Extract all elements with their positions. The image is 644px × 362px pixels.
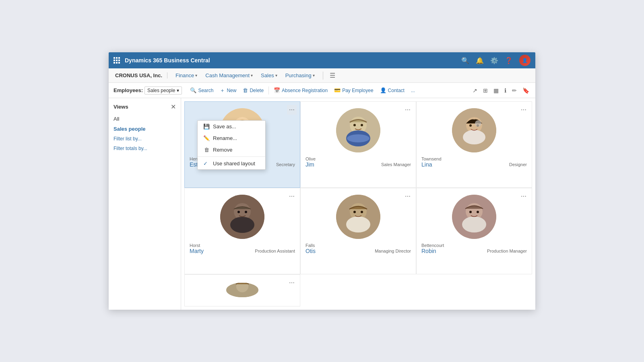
pay-employee-button[interactable]: 💳 Pay Employee: [331, 85, 376, 96]
face-robin: [452, 195, 496, 239]
context-menu: 💾 Save as... ✏️ Rename... 🗑 Remove ✓ Use…: [197, 120, 266, 170]
card-menu-button-ester[interactable]: ⋯: [287, 105, 297, 115]
company-name[interactable]: CRONUS USA, Inc.: [115, 72, 167, 78]
svg-point-17: [475, 120, 481, 127]
contact-button[interactable]: 👤 Contact: [377, 85, 408, 96]
context-rename[interactable]: ✏️ Rename...: [198, 132, 265, 144]
svg-point-30: [462, 216, 486, 232]
employee-card-robin[interactable]: ⋯ Bettencourt: [416, 188, 532, 274]
card-name-row-jim: Jim Sales Manager: [305, 161, 411, 168]
card-firstname-robin[interactable]: Robin: [421, 248, 436, 254]
nav-sales[interactable]: Sales ▾: [258, 71, 281, 80]
cash-chevron-icon: ▾: [251, 73, 253, 78]
avatar-robin: [452, 195, 496, 239]
card-firstname-otis[interactable]: Otis: [305, 248, 316, 254]
card-role-marty: Production Assistant: [255, 249, 295, 253]
sidebar-item-all[interactable]: All: [109, 114, 181, 124]
context-save-as[interactable]: 💾 Save as...: [198, 121, 265, 132]
nav-finance[interactable]: Finance ▾: [172, 71, 200, 80]
context-menu-divider: [198, 156, 265, 157]
card-firstname-marty[interactable]: Marty: [190, 248, 204, 254]
contact-icon: 👤: [380, 87, 386, 93]
card-lastname-otis: Falls: [305, 243, 411, 248]
share-icon[interactable]: ↗: [471, 86, 479, 95]
card-menu-button-partial[interactable]: ⋯: [287, 278, 297, 288]
sidebar-header: Views ✕: [109, 103, 181, 114]
svg-point-31: [469, 211, 472, 213]
card-lastname-marty: Horst: [190, 243, 295, 248]
delete-icon: 🗑: [243, 87, 248, 93]
employees-filter-dropdown[interactable]: Sales people ▾: [144, 86, 182, 95]
svg-point-32: [477, 211, 479, 213]
nav-cash-management[interactable]: Cash Management ▾: [202, 71, 256, 80]
user-avatar[interactable]: 👤: [519, 55, 530, 66]
sidebar-close-button[interactable]: ✕: [171, 103, 176, 111]
absence-registration-button[interactable]: 📅 Absence Registration: [270, 85, 331, 96]
main-content: Views ✕ All Sales people Filter list by.…: [109, 98, 535, 310]
card-role-ester: Secretary: [276, 162, 295, 167]
sidebar-filter-list[interactable]: Filter list by...: [109, 134, 181, 144]
edit-icon[interactable]: ✏: [511, 86, 518, 95]
remove-icon: 🗑: [203, 147, 210, 153]
card-firstname-jim[interactable]: Jim: [305, 161, 314, 168]
employee-card-lina[interactable]: ⋯ Townsend: [416, 101, 532, 188]
avatar-lina: [452, 108, 496, 152]
svg-point-26: [353, 211, 356, 213]
employee-card-marty[interactable]: ⋯ Horst Marty: [184, 188, 300, 274]
employee-card-partial[interactable]: ⋯: [184, 274, 300, 306]
context-remove[interactable]: 🗑 Remove: [198, 144, 265, 156]
card-menu-button-lina[interactable]: ⋯: [519, 105, 528, 115]
help-icon[interactable]: ❓: [505, 57, 513, 64]
card-lastname-jim: Olive: [305, 156, 411, 161]
app-launcher-button[interactable]: [114, 57, 120, 64]
finance-chevron-icon: ▾: [195, 73, 197, 78]
employee-card-otis[interactable]: ⋯ Falls Otis: [300, 188, 416, 274]
svg-point-9: [347, 134, 369, 142]
card-name-row-marty: Marty Production Assistant: [190, 248, 295, 254]
card-menu-button-otis[interactable]: ⋯: [403, 191, 413, 201]
card-menu-button-marty[interactable]: ⋯: [287, 191, 297, 201]
svg-point-15: [469, 124, 472, 127]
pay-icon: 💳: [334, 87, 341, 93]
face-otis: [336, 195, 380, 239]
sidebar-filter-totals[interactable]: Filter totals by...: [109, 144, 181, 153]
card-menu-button-jim[interactable]: ⋯: [403, 105, 413, 115]
card-name-row-robin: Robin Production Manager: [421, 248, 527, 254]
face-jim: [336, 108, 380, 152]
svg-point-22: [245, 211, 247, 213]
rename-icon: ✏️: [203, 135, 210, 141]
search-button[interactable]: 🔍 Search: [187, 85, 217, 96]
top-bar: Dynamics 365 Business Central 🔍 🔔 ⚙️ ❓ 👤: [109, 52, 535, 68]
nav-purchasing[interactable]: Purchasing ▾: [282, 71, 318, 80]
sales-chevron-icon: ▾: [275, 73, 277, 78]
face-partial: [226, 283, 258, 297]
card-menu-button-robin[interactable]: ⋯: [519, 191, 528, 201]
more-button[interactable]: ...: [408, 85, 418, 96]
settings-icon[interactable]: ⚙️: [490, 57, 498, 64]
info-icon[interactable]: ℹ: [503, 86, 508, 95]
app-title: Dynamics 365 Business Central: [125, 57, 456, 64]
svg-point-25: [346, 216, 370, 232]
delete-button[interactable]: 🗑 Delete: [239, 85, 267, 96]
card-lastname-lina: Townsend: [421, 156, 527, 161]
card-name-row-otis: Otis Managing Director: [305, 248, 411, 254]
nav-hamburger-icon[interactable]: ☰: [328, 70, 337, 81]
notification-icon[interactable]: 🔔: [476, 57, 484, 64]
new-button[interactable]: ＋ New: [217, 85, 239, 96]
filter-icon[interactable]: ⊞: [482, 86, 489, 95]
nav-bar: CRONUS USA, Inc. Finance ▾ Cash Manageme…: [109, 68, 535, 83]
group-icon[interactable]: ▦: [492, 86, 500, 95]
svg-point-21: [237, 211, 240, 213]
svg-point-10: [353, 124, 356, 126]
bookmark-icon[interactable]: 🔖: [521, 86, 530, 95]
absence-icon: 📅: [274, 87, 280, 93]
new-icon: ＋: [220, 87, 225, 94]
sidebar-item-sales-people[interactable]: Sales people: [109, 124, 181, 134]
employee-card-jim[interactable]: ⋯ Olive: [300, 101, 416, 188]
search-icon[interactable]: 🔍: [461, 57, 469, 64]
card-role-robin: Production Manager: [487, 249, 527, 253]
context-use-shared-layout[interactable]: ✓ Use shared layout: [198, 158, 265, 169]
app-window: Dynamics 365 Business Central 🔍 🔔 ⚙️ ❓ 👤…: [109, 52, 535, 310]
card-firstname-lina[interactable]: Lina: [421, 161, 432, 168]
card-role-otis: Managing Director: [375, 249, 411, 253]
